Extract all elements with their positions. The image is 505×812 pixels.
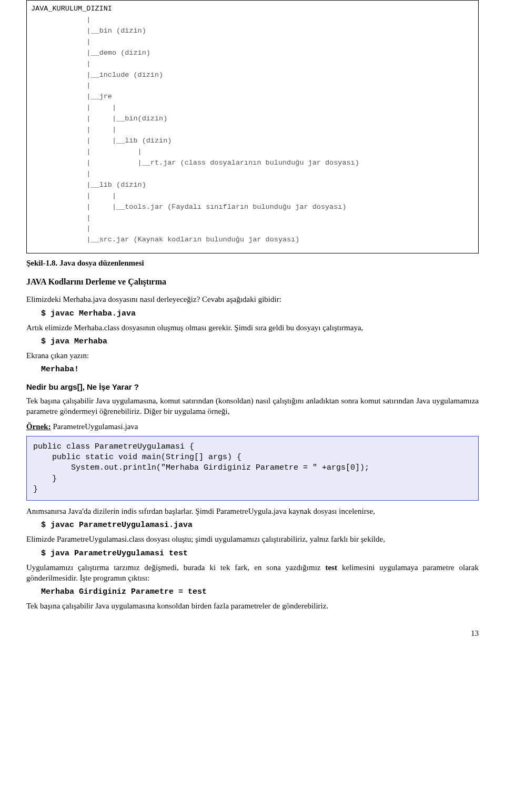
document-page: JAVA_KURULUM_DIZINI | |__bin (dizin) | |… xyxy=(0,0,505,654)
text-span: Uygulamamızı çalıştırma tarzımız değişme… xyxy=(26,563,325,572)
tree-line: |__src.jar (Kaynak kodların bulunduğu ja… xyxy=(86,236,299,243)
shell-command: $ java Merhaba xyxy=(41,337,479,346)
body-text: Uygulamamızı çalıştırma tarzımız değişme… xyxy=(26,562,479,584)
bold-keyword: test xyxy=(325,563,337,572)
body-text: Anımsanırsa Java'da dizilerin indis sıfı… xyxy=(26,506,479,516)
shell-command: $ javac Merhaba.java xyxy=(41,309,479,318)
tree-root: JAVA_KURULUM_DIZINI xyxy=(31,5,112,13)
body-text: Elimizdeki Merhaba.java dosyasını nasıl … xyxy=(26,294,479,304)
tree-line: |__demo (dizin) xyxy=(86,49,150,57)
body-text: Artık elimizde Merhaba.class dosyasının … xyxy=(26,322,479,333)
body-text: Elimizde ParametreUygulamasi.class dosya… xyxy=(26,534,479,544)
body-text: Ekrana çıkan yazın: xyxy=(26,350,479,361)
tree-line: |__rt.jar (class dosyalarının bulunduğu … xyxy=(138,159,359,167)
body-text: Tek başına çalışabilir Java uygulamasına… xyxy=(26,395,479,417)
code-block: public class ParametreUygulamasi { publi… xyxy=(26,436,479,501)
example-line: Örnek: ParametreUygulamasi.java xyxy=(26,421,479,432)
section-heading: JAVA Kodlarını Derleme ve Çalıştırma xyxy=(26,277,479,287)
page-number: 13 xyxy=(26,629,479,638)
tree-line: |__bin (dizin) xyxy=(86,27,146,35)
shell-output: Merhaba! xyxy=(41,365,479,374)
tree-line: |__tools.jar (Faydalı sınıfların bulundu… xyxy=(112,203,347,211)
example-file: ParametreUygulamasi.java xyxy=(51,422,138,431)
directory-tree-box: JAVA_KURULUM_DIZINI | |__bin (dizin) | |… xyxy=(26,0,479,253)
tree-line: |__include (dizin) xyxy=(86,71,163,79)
figure-caption: Şekil-1.8. Java dosya düzenlenmesi xyxy=(26,259,479,268)
shell-command: $ java ParametreUygulamasi test xyxy=(41,549,479,558)
subsection-heading: Nedir bu args[], Ne İşe Yarar ? xyxy=(26,382,479,391)
tree-line: |__lib (dizin) xyxy=(86,181,146,189)
example-label: Örnek: xyxy=(26,422,51,431)
tree-line: |__jre xyxy=(86,93,112,100)
tree-line: |__bin(dizin) xyxy=(112,115,167,123)
body-text: Tek başına çalışabilir Java uygulamasına… xyxy=(26,601,479,611)
tree-line: |__lib (dizin) xyxy=(112,137,171,145)
shell-command: $ javac ParametreUygulamasi.java xyxy=(41,521,479,530)
shell-output: Merhaba Girdiginiz Parametre = test xyxy=(41,587,479,596)
directory-tree: JAVA_KURULUM_DIZINI | |__bin (dizin) | |… xyxy=(31,4,474,246)
